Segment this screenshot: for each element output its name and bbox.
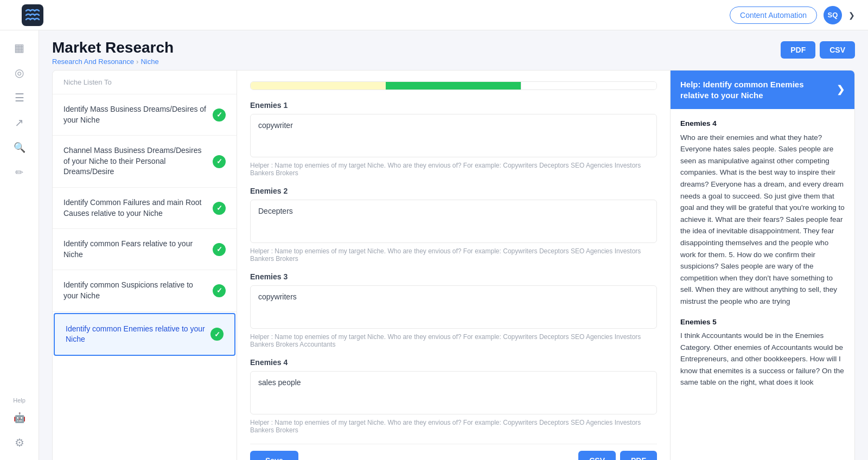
field-helper-enemies2: Helper : Name top enemies of my target N… <box>250 247 657 263</box>
fill-ai-button[interactable]: Fill With AI <box>386 82 521 90</box>
check-icon: ✓ <box>213 202 226 215</box>
sidebar-item-suspicions[interactable]: Identify common Suspicions relative to y… <box>53 270 237 311</box>
enemies2-input[interactable] <box>250 200 657 243</box>
field-label-enemies1: Enemies 1 <box>250 101 657 110</box>
pdf-button[interactable]: PDF <box>781 41 815 59</box>
breadcrumb-parent[interactable]: Research And Resonance <box>52 58 134 66</box>
field-group-enemies4: Enemies 4 Helper : Name top enemies of m… <box>250 358 657 434</box>
field-label-enemies3: Enemies 3 <box>250 272 657 281</box>
edit-icon[interactable]: ✏ <box>9 162 30 183</box>
nav-item-label: Channel Mass Business Dreams/Desires of … <box>63 145 208 177</box>
nav-item-label: Identify common Suspicions relative to y… <box>63 280 208 301</box>
enemies3-input[interactable] <box>250 285 657 329</box>
check-icon: ✓ <box>213 108 226 122</box>
help-section-body-2: I think Accountants would be in the Enem… <box>680 330 845 388</box>
help-title: Help: Identify common Enemies relative t… <box>680 79 832 100</box>
breadcrumb-separator-icon: › <box>136 58 138 66</box>
field-group-enemies3: Enemies 3 Helper : Name top enemies of m… <box>250 272 657 348</box>
check-icon: ✓ <box>213 284 226 297</box>
sidebar: ▦ ◎ ☰ ↗ 🔍 ✏ Help 🤖 ⚙ <box>0 30 39 460</box>
help-section-2: Enemies 5 I think Accountants would be i… <box>680 316 845 389</box>
field-group-enemies1: Enemies 1 Helper : Name top enemies of m… <box>250 101 657 177</box>
nav-item-label: Identify common Fears relative to your N… <box>63 239 208 260</box>
form-toolbar: Fill With Example Fill With AI Clear <box>250 81 657 90</box>
help-panel: Help: Identify common Enemies relative t… <box>670 71 854 460</box>
help-chevron-icon[interactable]: ❯ <box>837 84 845 96</box>
sidebar-item-channel[interactable]: Channel Mass Business Dreams/Desires of … <box>53 136 237 188</box>
help-section-1: Enemies 4 Who are their enemies and what… <box>680 118 845 308</box>
check-icon: ✓ <box>213 155 226 168</box>
nav-list: Niche Listen To Identify Mass Business D… <box>53 71 237 460</box>
search-icon[interactable]: 🔍 <box>9 137 30 158</box>
enemies4-input[interactable] <box>250 371 657 414</box>
target-icon[interactable]: ◎ <box>9 62 30 84</box>
svg-rect-0 <box>22 4 43 26</box>
nav-item-label: Identify Common Failures and main Root C… <box>63 197 208 219</box>
form-panel: Fill With Example Fill With AI Clear Ene… <box>237 71 670 460</box>
sidebar-item-enemies[interactable]: Identify common Enemies relative to your… <box>54 313 235 356</box>
help-label: Help <box>13 397 25 404</box>
save-button[interactable]: Save <box>250 451 298 460</box>
sidebar-item-failures[interactable]: Identify Common Failures and main Root C… <box>53 188 237 229</box>
nav-item-label: Identify Mass Business Dreams/Desires of… <box>63 104 208 125</box>
app-logo <box>21 4 44 27</box>
list-icon[interactable]: ☰ <box>9 87 30 108</box>
field-group-enemies2: Enemies 2 Helper : Name top enemies of m… <box>250 187 657 263</box>
chart-icon[interactable]: ↗ <box>9 112 30 133</box>
bot-icon[interactable]: 🤖 <box>9 407 30 429</box>
help-section-body-1: Who are their enemies and what they hate… <box>680 132 845 308</box>
content-automation-button[interactable]: Content Automation <box>730 7 817 24</box>
user-avatar: SQ <box>824 6 842 24</box>
page-title: Market Research <box>52 39 174 56</box>
enemies1-input[interactable] <box>250 114 657 157</box>
nav-top-label: Niche Listen To <box>53 71 237 94</box>
sidebar-item-dreams[interactable]: Identify Mass Business Dreams/Desires of… <box>53 94 237 136</box>
breadcrumb-current: Niche <box>141 58 158 66</box>
help-header: Help: Identify common Enemies relative t… <box>671 71 854 109</box>
help-section-title-2: Enemies 5 <box>680 316 845 328</box>
footer-csv-button[interactable]: CSV <box>578 451 616 460</box>
fill-example-button[interactable]: Fill With Example <box>251 82 386 90</box>
help-section-title-1: Enemies 4 <box>680 118 845 130</box>
settings-icon[interactable]: ⚙ <box>9 432 30 453</box>
check-icon: ✓ <box>210 328 224 341</box>
field-helper-enemies4: Helper : Name top enemies of my target N… <box>250 419 657 434</box>
field-label-enemies4: Enemies 4 <box>250 358 657 367</box>
form-footer: Save CSV PDF <box>250 444 657 460</box>
clear-button[interactable]: Clear <box>521 82 656 90</box>
field-helper-enemies3: Helper : Name top enemies of my target N… <box>250 333 657 348</box>
field-label-enemies2: Enemies 2 <box>250 187 657 195</box>
dropdown-chevron-icon[interactable]: ❯ <box>848 11 855 20</box>
footer-pdf-button[interactable]: PDF <box>620 451 657 460</box>
breadcrumb: Research And Resonance › Niche <box>52 58 174 66</box>
check-icon: ✓ <box>213 243 226 256</box>
sidebar-item-fears[interactable]: Identify common Fears relative to your N… <box>53 229 237 270</box>
field-helper-enemies1: Helper : Name top enemies of my target N… <box>250 162 657 177</box>
dashboard-icon[interactable]: ▦ <box>9 37 30 59</box>
csv-button[interactable]: CSV <box>820 41 855 59</box>
help-body: Enemies 4 Who are their enemies and what… <box>671 109 854 397</box>
nav-item-label: Identify common Enemies relative to your… <box>66 324 206 345</box>
